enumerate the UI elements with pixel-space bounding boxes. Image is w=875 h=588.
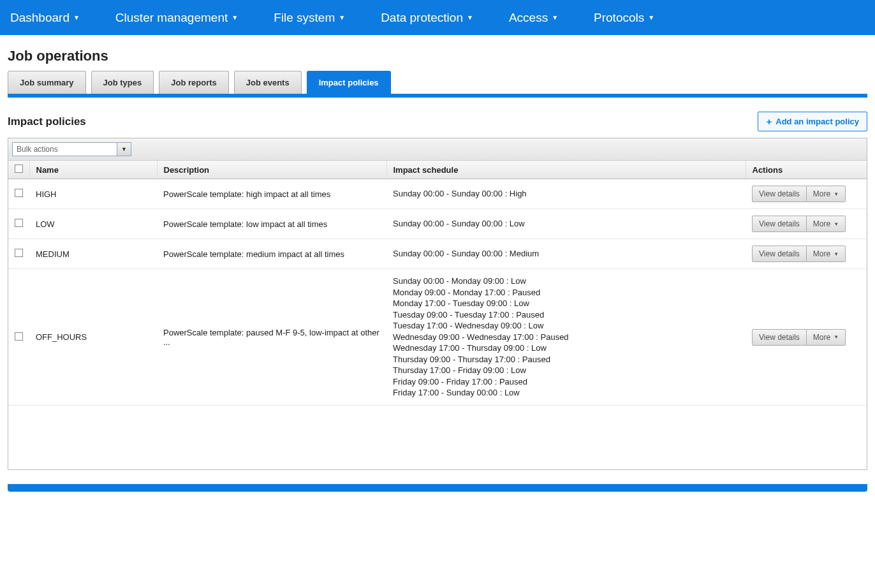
checkbox-icon xyxy=(15,219,23,227)
more-button-label: More xyxy=(813,219,830,228)
col-description[interactable]: Description xyxy=(157,161,386,179)
more-actions-button[interactable]: More▼ xyxy=(807,329,846,346)
row-actions: View detailsMore▼ xyxy=(746,209,867,239)
filler-row xyxy=(8,406,867,469)
chevron-down-icon: ▼ xyxy=(467,14,473,21)
chevron-down-icon: ▼ xyxy=(339,14,345,21)
page-title: Job operations xyxy=(0,35,875,71)
checkbox-icon xyxy=(15,189,23,197)
schedule-line: Wednesday 17:00 - Thursday 09:00 : Low xyxy=(393,342,739,354)
table-row: MEDIUMPowerScale template: medium impact… xyxy=(8,239,867,269)
more-button-label: More xyxy=(813,333,830,342)
chevron-down-icon: ▼ xyxy=(834,334,839,340)
tabs: Job summary Job types Job reports Job ev… xyxy=(8,71,867,98)
bulk-actions-input[interactable] xyxy=(12,142,117,156)
view-details-button[interactable]: View details xyxy=(752,246,807,262)
nav-dashboard[interactable]: Dashboard ▼ xyxy=(5,11,85,25)
schedule-line: Tuesday 09:00 - Tuesday 17:00 : Paused xyxy=(393,309,739,321)
row-name: MEDIUM xyxy=(29,239,157,269)
schedule-line: Wednesday 09:00 - Wednesday 17:00 : Paus… xyxy=(393,332,739,343)
schedule-line: Thursday 09:00 - Thursday 17:00 : Paused xyxy=(393,354,739,365)
nav-data-protection[interactable]: Data protection ▼ xyxy=(376,11,478,25)
chevron-down-icon: ▼ xyxy=(552,14,558,21)
checkbox-icon xyxy=(15,165,23,173)
checkbox-icon xyxy=(15,332,23,341)
view-details-button[interactable]: View details xyxy=(752,329,807,346)
section-title: Impact policies xyxy=(8,115,86,128)
schedule-line: Thursday 17:00 - Friday 09:00 : Low xyxy=(393,365,739,376)
bulk-actions-dropdown-button[interactable]: ▼ xyxy=(117,142,131,156)
row-schedule: Sunday 00:00 - Monday 09:00 : LowMonday … xyxy=(386,269,746,406)
row-schedule: Sunday 00:00 - Sunday 00:00 : Low xyxy=(386,209,746,239)
row-name: HIGH xyxy=(29,179,157,209)
row-actions: View detailsMore▼ xyxy=(746,179,867,209)
tab-impact-policies[interactable]: Impact policies xyxy=(307,71,391,94)
plus-icon: + xyxy=(766,116,772,127)
grid-toolbar: ▼ xyxy=(8,138,867,161)
more-button-label: More xyxy=(813,189,830,198)
view-details-button[interactable]: View details xyxy=(752,186,807,202)
col-impact-schedule[interactable]: Impact schedule xyxy=(386,161,746,179)
row-name: OFF_HOURS xyxy=(29,269,157,406)
schedule-line: Monday 09:00 - Monday 17:00 : Paused xyxy=(393,287,739,298)
chevron-down-icon: ▼ xyxy=(834,191,839,197)
row-actions: View detailsMore▼ xyxy=(746,269,867,406)
schedule-line: Tuesday 17:00 - Wednesday 09:00 : Low xyxy=(393,320,739,332)
nav-label: Cluster management xyxy=(115,11,228,25)
schedule-line: Sunday 00:00 - Sunday 00:00 : Medium xyxy=(393,248,739,260)
schedule-line: Sunday 00:00 - Sunday 00:00 : Low xyxy=(393,218,739,230)
schedule-line: Friday 09:00 - Friday 17:00 : Paused xyxy=(393,376,739,388)
nav-cluster-management[interactable]: Cluster management ▼ xyxy=(110,11,243,25)
chevron-down-icon: ▼ xyxy=(73,14,80,21)
nav-protocols[interactable]: Protocols ▼ xyxy=(589,11,659,25)
nav-file-system[interactable]: File system ▼ xyxy=(268,11,350,25)
nav-label: Data protection xyxy=(381,11,463,25)
row-description: PowerScale template: high impact at all … xyxy=(157,179,386,209)
row-description: PowerScale template: low impact at all t… xyxy=(157,209,386,239)
nav-label: Access xyxy=(509,11,548,25)
nav-access[interactable]: Access ▼ xyxy=(504,11,563,25)
more-button-label: More xyxy=(813,249,830,258)
row-schedule: Sunday 00:00 - Sunday 00:00 : Medium xyxy=(386,239,746,269)
schedule-line: Sunday 00:00 - Sunday 00:00 : High xyxy=(393,188,739,200)
row-select-cell[interactable] xyxy=(8,269,29,406)
row-description: PowerScale template: paused M-F 9-5, low… xyxy=(157,269,386,406)
col-name[interactable]: Name xyxy=(29,161,157,179)
schedule-line: Monday 17:00 - Tuesday 09:00 : Low xyxy=(393,298,739,309)
table-container: ▼ Name Description Impact schedule Actio… xyxy=(8,138,867,470)
col-actions: Actions xyxy=(746,161,867,179)
chevron-down-icon: ▼ xyxy=(232,14,238,21)
schedule-line: Friday 17:00 - Sunday 00:00 : Low xyxy=(393,387,739,399)
chevron-down-icon: ▼ xyxy=(834,251,839,257)
row-select-cell[interactable] xyxy=(8,179,29,209)
schedule-line: Sunday 00:00 - Monday 09:00 : Low xyxy=(393,276,739,287)
footer-accent-bar xyxy=(8,484,867,492)
row-select-cell[interactable] xyxy=(8,239,29,269)
more-actions-button[interactable]: More▼ xyxy=(807,216,846,232)
table-row: OFF_HOURSPowerScale template: paused M-F… xyxy=(8,269,867,406)
top-nav: Dashboard ▼ Cluster management ▼ File sy… xyxy=(0,0,875,35)
table-row: HIGHPowerScale template: high impact at … xyxy=(8,179,867,209)
tab-job-events[interactable]: Job events xyxy=(234,71,302,94)
chevron-down-icon: ▼ xyxy=(834,221,839,227)
chevron-down-icon: ▼ xyxy=(648,14,654,21)
more-actions-button[interactable]: More▼ xyxy=(807,246,846,262)
tab-job-reports[interactable]: Job reports xyxy=(159,71,229,94)
add-impact-policy-button[interactable]: + Add an impact policy xyxy=(758,112,867,131)
row-name: LOW xyxy=(29,209,157,239)
row-select-cell[interactable] xyxy=(8,209,29,239)
row-actions: View detailsMore▼ xyxy=(746,239,867,269)
more-actions-button[interactable]: More▼ xyxy=(807,186,846,202)
tab-job-types[interactable]: Job types xyxy=(91,71,154,94)
select-all-header[interactable] xyxy=(8,161,29,179)
chevron-down-icon: ▼ xyxy=(121,146,127,152)
impact-policies-table: Name Description Impact schedule Actions… xyxy=(8,161,867,469)
nav-label: File system xyxy=(274,11,335,25)
nav-label: Dashboard xyxy=(10,11,70,25)
tab-job-summary[interactable]: Job summary xyxy=(8,71,86,94)
nav-label: Protocols xyxy=(594,11,644,25)
view-details-button[interactable]: View details xyxy=(752,216,807,232)
table-row: LOWPowerScale template: low impact at al… xyxy=(8,209,867,239)
checkbox-icon xyxy=(15,249,23,257)
bulk-actions-select[interactable]: ▼ xyxy=(12,142,131,156)
